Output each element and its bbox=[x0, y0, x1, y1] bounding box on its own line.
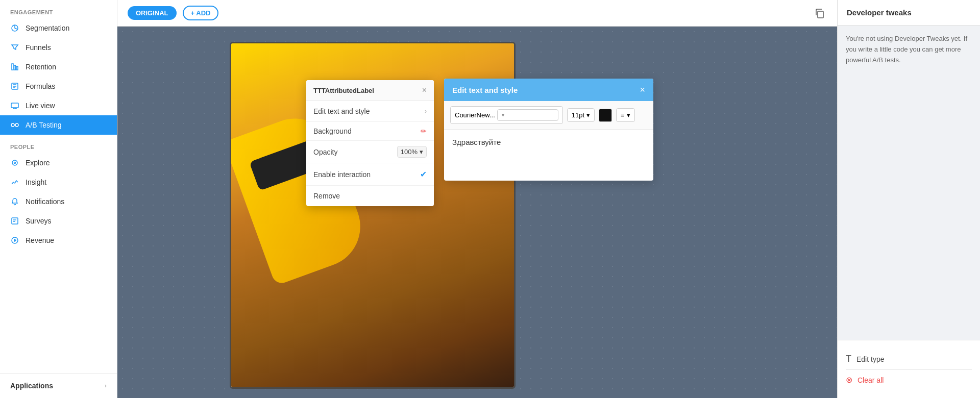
edit-text-area[interactable]: Здравствуйте bbox=[444, 130, 653, 181]
ttt-opacity-row: Opacity 100% ▾ bbox=[306, 141, 434, 163]
font-select[interactable]: CourierNew... ▾ bbox=[450, 106, 563, 124]
sidebar-item-applications[interactable]: Applications › bbox=[0, 373, 117, 398]
sidebar-item-label: Explore bbox=[26, 159, 50, 167]
align-button[interactable]: ≡ ▾ bbox=[616, 108, 635, 122]
sidebar-item-label: Funnels bbox=[26, 43, 51, 52]
ttt-enable-interaction-row: Enable interaction ✔ bbox=[306, 163, 434, 186]
sidebar-item-funnels[interactable]: Funnels bbox=[0, 38, 117, 57]
svg-rect-10 bbox=[12, 218, 18, 224]
ttt-background-label: Background bbox=[313, 127, 352, 135]
sidebar-item-surveys[interactable]: Surveys bbox=[0, 211, 117, 231]
notifications-icon bbox=[10, 197, 19, 206]
sidebar-item-label: A/B Testing bbox=[26, 121, 62, 129]
surveys-icon bbox=[10, 216, 19, 226]
size-caret: ▾ bbox=[586, 111, 590, 119]
sidebar-item-retention[interactable]: Retention bbox=[0, 57, 117, 77]
sidebar-item-formulas[interactable]: Formulas bbox=[0, 77, 117, 96]
ttt-edit-text-style[interactable]: Edit text and style › bbox=[306, 101, 434, 122]
sidebar-item-label: Revenue bbox=[26, 236, 54, 244]
edit-panel-title: Edit text and style bbox=[452, 86, 518, 94]
sidebar-item-label: Segmentation bbox=[26, 24, 69, 32]
applications-label: Applications bbox=[10, 382, 53, 390]
clear-all-icon: ⊗ bbox=[846, 375, 852, 385]
ttt-background-right: ✏ bbox=[421, 127, 427, 135]
align-caret: ▾ bbox=[627, 111, 630, 119]
people-section-label: PEOPLE bbox=[0, 135, 117, 153]
svg-rect-5 bbox=[11, 103, 18, 108]
edit-panel-toolbar: CourierNew... ▾ 11pt ▾ ≡ ▾ bbox=[444, 101, 653, 130]
sidebar-item-ab-testing[interactable]: A/B Testing bbox=[0, 115, 117, 135]
edit-panel: Edit text and style × CourierNew... ▾ 11… bbox=[444, 79, 653, 181]
ttt-popup: TTTAttributedLabel × Edit text and style… bbox=[306, 80, 434, 206]
applications-chevron: › bbox=[105, 382, 107, 389]
opacity-select[interactable]: 100% ▾ bbox=[397, 146, 427, 158]
canvas-area[interactable]: Здравству… TTTAttributedLabel × Edit tex… bbox=[117, 27, 837, 398]
font-caret: ▾ bbox=[497, 109, 558, 121]
insight-icon bbox=[10, 178, 19, 187]
svg-rect-2 bbox=[14, 65, 16, 70]
sidebar-item-revenue[interactable]: Revenue bbox=[0, 231, 117, 250]
formulas-icon bbox=[10, 82, 19, 91]
ttt-background-row: Background ✏ bbox=[306, 122, 434, 141]
pen-icon[interactable]: ✏ bbox=[421, 127, 427, 135]
right-panel-footer: T Edit type ⊗ Clear all bbox=[838, 340, 980, 398]
topbar: ORIGINAL + ADD bbox=[117, 0, 837, 27]
edit-type-row[interactable]: T Edit type bbox=[846, 349, 972, 370]
sidebar-item-label: Retention bbox=[26, 63, 56, 71]
sidebar: ENGAGEMENT Segmentation Funnels Retentio… bbox=[0, 0, 117, 398]
live-view-icon bbox=[10, 101, 19, 110]
ttt-popup-header: TTTAttributedLabel × bbox=[306, 80, 434, 101]
sidebar-item-label: Formulas bbox=[26, 82, 55, 90]
revenue-icon bbox=[10, 236, 19, 245]
sidebar-item-label: Notifications bbox=[26, 197, 64, 206]
svg-point-8 bbox=[12, 160, 17, 165]
original-button[interactable]: ORIGINAL bbox=[128, 6, 177, 20]
color-swatch[interactable] bbox=[599, 109, 612, 122]
explore-icon bbox=[10, 158, 19, 167]
ttt-popup-close[interactable]: × bbox=[422, 86, 427, 94]
sidebar-item-label: Live view bbox=[26, 102, 55, 110]
clear-all-row[interactable]: ⊗ Clear all bbox=[846, 370, 972, 390]
main-content: ORIGINAL + ADD Здравству… bbox=[117, 0, 837, 398]
svg-rect-1 bbox=[12, 64, 13, 70]
ttt-edit-label: Edit text and style bbox=[313, 107, 370, 115]
ttt-popup-title: TTTAttributedLabel bbox=[313, 87, 374, 94]
svg-point-7 bbox=[15, 123, 18, 127]
ttt-opacity-label: Opacity bbox=[313, 148, 337, 156]
edit-type-label: Edit type bbox=[856, 355, 884, 363]
add-button[interactable]: + ADD bbox=[183, 6, 219, 20]
svg-point-6 bbox=[11, 123, 14, 127]
developer-tweaks-title: Developer tweaks bbox=[838, 0, 980, 26]
enable-interaction-label: Enable interaction bbox=[313, 170, 371, 179]
sidebar-item-explore[interactable]: Explore bbox=[0, 153, 117, 172]
sidebar-item-notifications[interactable]: Notifications bbox=[0, 192, 117, 211]
engagement-section-label: ENGAGEMENT bbox=[0, 0, 117, 18]
enable-interaction-check[interactable]: ✔ bbox=[420, 169, 427, 179]
svg-rect-12 bbox=[818, 11, 823, 18]
size-select[interactable]: 11pt ▾ bbox=[567, 108, 595, 122]
sidebar-item-label: Surveys bbox=[26, 217, 52, 225]
edit-panel-close[interactable]: × bbox=[640, 85, 645, 94]
sidebar-item-label: Insight bbox=[26, 178, 46, 186]
edit-panel-header: Edit text and style × bbox=[444, 79, 653, 101]
retention-icon bbox=[10, 62, 19, 71]
font-size: 11pt bbox=[572, 111, 584, 119]
svg-rect-3 bbox=[16, 66, 18, 70]
right-panel: Developer tweaks You're not using Develo… bbox=[837, 0, 980, 398]
ab-testing-icon bbox=[10, 120, 19, 130]
developer-tweaks-body: You're not using Developer Tweaks yet. I… bbox=[838, 26, 980, 340]
sidebar-item-live-view[interactable]: Live view bbox=[0, 96, 117, 115]
sidebar-item-insight[interactable]: Insight bbox=[0, 172, 117, 192]
opacity-caret: ▾ bbox=[420, 148, 423, 156]
segmentation-icon bbox=[10, 23, 19, 33]
svg-point-9 bbox=[14, 162, 16, 164]
ttt-remove[interactable]: Remove bbox=[306, 186, 434, 206]
edit-text-content: Здравствуйте bbox=[452, 138, 501, 146]
sidebar-item-segmentation[interactable]: Segmentation bbox=[0, 18, 117, 38]
font-name: CourierNew... bbox=[455, 111, 495, 119]
opacity-value: 100% bbox=[401, 148, 418, 156]
clear-all-label: Clear all bbox=[857, 376, 884, 384]
align-icon: ≡ bbox=[621, 111, 625, 119]
ttt-edit-chevron: › bbox=[425, 108, 427, 115]
copy-icon[interactable] bbox=[813, 6, 827, 20]
